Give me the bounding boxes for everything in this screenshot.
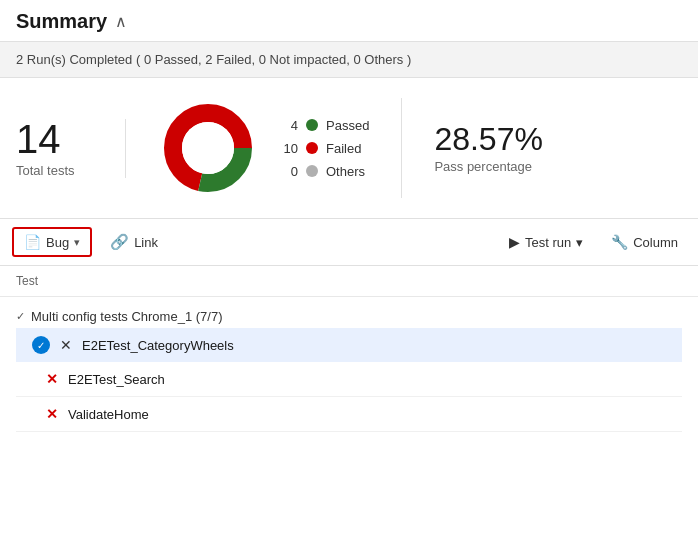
others-label: Others	[326, 164, 365, 179]
legend: 4 Passed 10 Failed 0 Others	[278, 118, 369, 179]
toolbar-right: ▶ Test run ▾ 🔧 Column	[501, 229, 686, 255]
passed-count: 4	[278, 118, 298, 133]
test-run-icon: ▶	[509, 234, 520, 250]
failed-count: 10	[278, 141, 298, 156]
passed-label: Passed	[326, 118, 369, 133]
fail-icon-1: ✕	[46, 371, 58, 387]
total-tests-label: Total tests	[16, 163, 75, 178]
others-count: 0	[278, 164, 298, 179]
column-button[interactable]: 🔧 Column	[603, 229, 686, 255]
group-header[interactable]: ✓ Multi config tests Chrome_1 (7/7)	[16, 305, 682, 328]
pass-percentage-section: 28.57% Pass percentage	[402, 123, 543, 174]
fail-icon-0: ✕	[60, 337, 72, 353]
link-icon: 🔗	[110, 233, 129, 251]
column-label: Column	[633, 235, 678, 250]
test-run-label: Test run	[525, 235, 571, 250]
test-table: Test ✓ Multi config tests Chrome_1 (7/7)…	[0, 266, 698, 440]
group-expand-icon: ✓	[16, 310, 25, 323]
test-name-0: E2ETest_CategoryWheels	[82, 338, 234, 353]
test-column-header: Test	[16, 274, 38, 288]
donut-center	[182, 122, 234, 174]
others-dot	[306, 165, 318, 177]
test-row-2[interactable]: ✕ ValidateHome	[16, 397, 682, 432]
total-tests-section: 14 Total tests	[16, 119, 126, 178]
page-title: Summary	[16, 10, 107, 33]
pass-percentage-number: 28.57%	[434, 123, 543, 155]
bug-button[interactable]: 📄 Bug ▾	[12, 227, 92, 257]
test-name-2: ValidateHome	[68, 407, 149, 422]
run-summary-text: 2 Run(s) Completed ( 0 Passed, 2 Failed,…	[16, 52, 411, 67]
legend-failed: 10 Failed	[278, 141, 369, 156]
bug-icon: 📄	[24, 234, 41, 250]
summary-header: Summary ∧	[0, 0, 698, 42]
run-summary-bar: 2 Run(s) Completed ( 0 Passed, 2 Failed,…	[0, 42, 698, 78]
pass-percentage-label: Pass percentage	[434, 159, 532, 174]
bug-label: Bug	[46, 235, 69, 250]
passed-dot	[306, 119, 318, 131]
bug-dropdown-icon: ▾	[74, 236, 80, 249]
legend-passed: 4 Passed	[278, 118, 369, 133]
link-button[interactable]: 🔗 Link	[100, 228, 168, 256]
test-run-chevron: ▾	[576, 235, 583, 250]
collapse-icon[interactable]: ∧	[115, 12, 127, 31]
legend-others: 0 Others	[278, 164, 369, 179]
stats-row: 14 Total tests 4 Passed 10 Failed 0	[0, 78, 698, 219]
toolbar: 📄 Bug ▾ 🔗 Link ▶ Test run ▾ 🔧 Column	[0, 219, 698, 266]
test-row-1[interactable]: ✕ E2ETest_Search	[16, 362, 682, 397]
test-run-button[interactable]: ▶ Test run ▾	[501, 229, 591, 255]
test-group: ✓ Multi config tests Chrome_1 (7/7) ✓ ✕ …	[0, 297, 698, 440]
donut-chart	[158, 98, 258, 198]
test-row-0[interactable]: ✓ ✕ E2ETest_CategoryWheels	[16, 328, 682, 362]
selected-check-icon: ✓	[32, 336, 50, 354]
failed-label: Failed	[326, 141, 361, 156]
donut-chart-section: 4 Passed 10 Failed 0 Others	[126, 98, 402, 198]
failed-dot	[306, 142, 318, 154]
column-icon: 🔧	[611, 234, 628, 250]
group-name: Multi config tests Chrome_1 (7/7)	[31, 309, 222, 324]
link-label: Link	[134, 235, 158, 250]
table-header: Test	[0, 266, 698, 297]
test-name-1: E2ETest_Search	[68, 372, 165, 387]
fail-icon-2: ✕	[46, 406, 58, 422]
total-tests-number: 14	[16, 119, 61, 159]
